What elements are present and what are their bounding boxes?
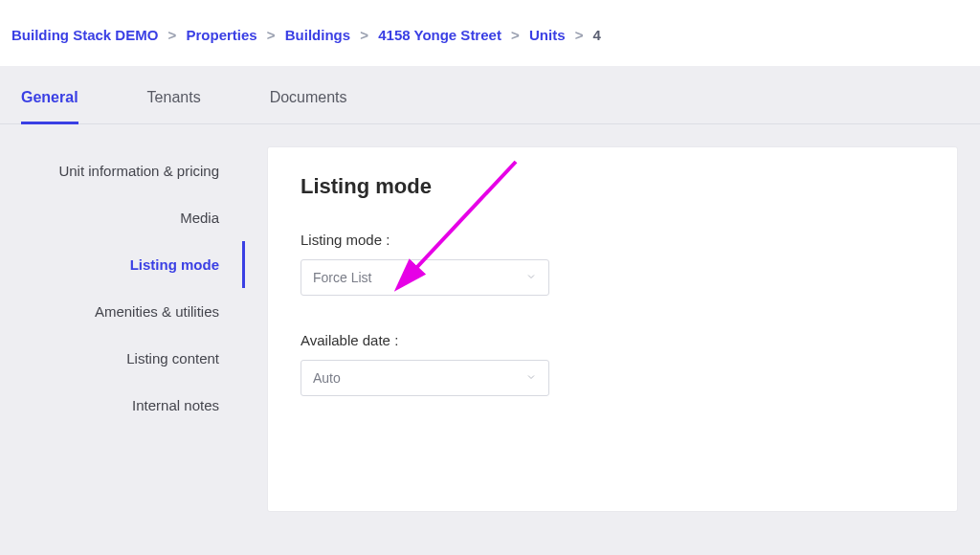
sidebar-item-internal-notes[interactable]: Internal notes <box>0 382 245 429</box>
sidebar: Unit information & pricing Media Listing… <box>0 124 245 429</box>
sidebar-item-listing-mode[interactable]: Listing mode <box>0 241 245 288</box>
field-available-date: Available date : Auto <box>301 332 924 396</box>
select-listing-mode-value: Force List <box>313 270 371 285</box>
chevron-right-icon: > <box>360 27 368 43</box>
tab-documents[interactable]: Documents <box>270 89 347 123</box>
breadcrumb: Building Stack DEMO > Properties > Build… <box>0 0 980 66</box>
breadcrumb-link-properties[interactable]: Properties <box>186 27 256 43</box>
sidebar-item-amenities[interactable]: Amenities & utilities <box>0 288 245 335</box>
select-available-date[interactable]: Auto <box>301 360 549 396</box>
breadcrumb-link-buildings[interactable]: Buildings <box>285 27 350 43</box>
select-listing-mode[interactable]: Force List <box>301 259 549 296</box>
sidebar-item-media[interactable]: Media <box>0 194 245 241</box>
panel-heading: Listing mode <box>301 174 924 199</box>
sidebar-item-listing-content[interactable]: Listing content <box>0 335 245 382</box>
panel-listing-mode: Listing mode Listing mode : Force List A… <box>268 147 957 511</box>
tab-general[interactable]: General <box>21 89 78 123</box>
chevron-right-icon: > <box>575 27 584 43</box>
chevron-right-icon: > <box>511 27 520 43</box>
field-listing-mode: Listing mode : Force List <box>301 232 924 296</box>
breadcrumb-link-org[interactable]: Building Stack DEMO <box>11 27 158 43</box>
chevron-down-icon <box>525 369 537 387</box>
select-available-date-value: Auto <box>313 370 341 386</box>
chevron-right-icon: > <box>168 27 177 43</box>
tab-tenants[interactable]: Tenants <box>147 89 201 123</box>
field-label-listing-mode: Listing mode : <box>301 232 924 248</box>
sidebar-item-unit-info[interactable]: Unit information & pricing <box>0 147 245 194</box>
chevron-down-icon <box>525 269 537 286</box>
breadcrumb-link-building[interactable]: 4158 Yonge Street <box>378 27 501 43</box>
chevron-right-icon: > <box>267 27 276 43</box>
breadcrumb-link-units[interactable]: Units <box>529 27 566 43</box>
tabs: General Tenants Documents <box>0 66 980 124</box>
field-label-available-date: Available date : <box>301 332 924 348</box>
breadcrumb-current: 4 <box>593 27 601 43</box>
